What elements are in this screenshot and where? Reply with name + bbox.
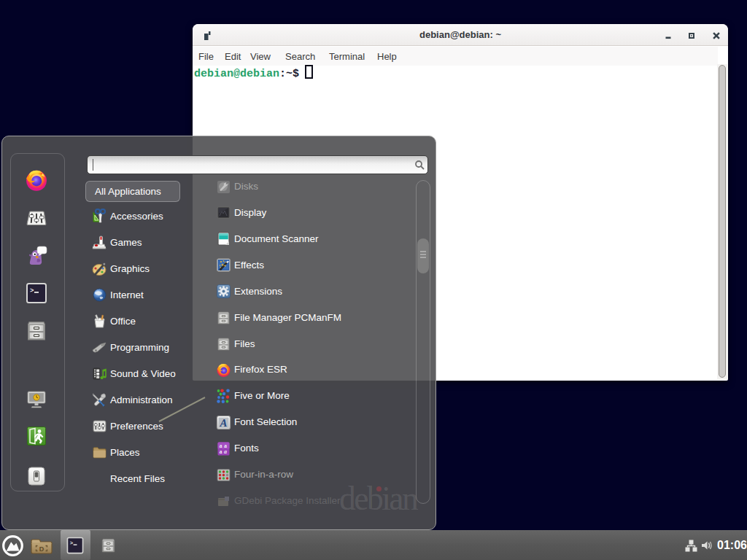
svg-text:D: D — [39, 545, 44, 553]
svg-text:>: > — [70, 540, 74, 546]
svg-text:a: a — [224, 448, 227, 455]
svg-text:>: > — [30, 287, 34, 295]
svg-text:a: a — [220, 448, 222, 455]
svg-text:A: A — [219, 416, 227, 428]
